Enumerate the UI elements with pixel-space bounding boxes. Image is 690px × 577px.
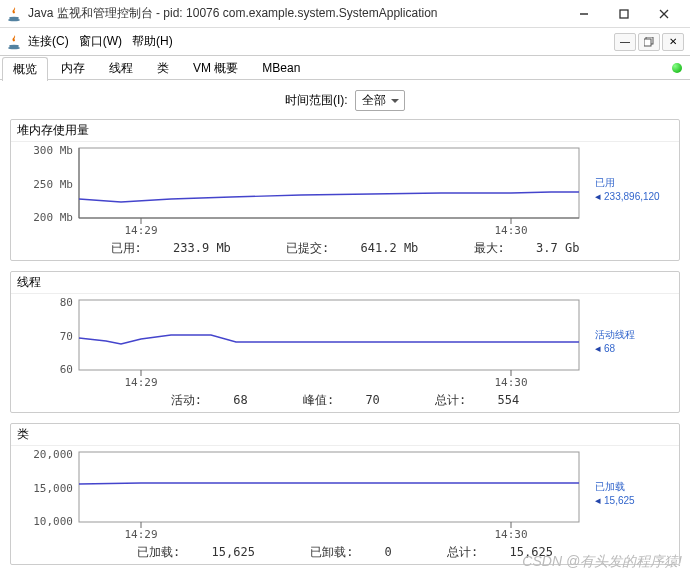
svg-rect-9: [644, 39, 651, 46]
classes-legend-name: 已加载: [595, 480, 669, 494]
svg-rect-20: [79, 300, 579, 370]
svg-point-1: [8, 18, 20, 21]
svg-text:20,000: 20,000: [33, 448, 73, 461]
legend-pointer-icon: ◂: [595, 190, 604, 202]
threads-panel: 线程 80 70 60 14:29 14:30 活动线程 ◂ 68 活动: 68…: [10, 271, 680, 413]
svg-rect-3: [620, 10, 628, 18]
svg-text:14:29: 14:29: [124, 224, 157, 237]
window-titlebar: Java 监视和管理控制台 - pid: 10076 com.example.s…: [0, 0, 690, 28]
heap-panel: 堆内存使用量 300 Mb 250 Mb 200 Mb 14:29 14:30 …: [10, 119, 680, 261]
svg-text:14:30: 14:30: [494, 376, 527, 389]
java-icon: [6, 6, 22, 22]
svg-rect-28: [79, 452, 579, 522]
internal-close-button[interactable]: ✕: [662, 33, 684, 51]
window-close-button[interactable]: [644, 2, 684, 26]
svg-text:60: 60: [60, 363, 73, 376]
heap-chart: 300 Mb 250 Mb 200 Mb 14:29 14:30: [11, 142, 591, 237]
svg-text:15,000: 15,000: [33, 482, 73, 495]
heap-legend-value: 233,896,120: [604, 191, 660, 202]
legend-pointer-icon: ◂: [595, 494, 604, 506]
threads-legend-value: 68: [604, 343, 615, 354]
heap-legend: 已用 ◂ 233,896,120: [591, 142, 669, 237]
connection-status-led: [672, 63, 682, 73]
svg-text:250 Mb: 250 Mb: [33, 178, 73, 191]
legend-pointer-icon: ◂: [595, 342, 604, 354]
heap-panel-title: 堆内存使用量: [11, 120, 679, 142]
svg-text:14:29: 14:29: [124, 376, 157, 389]
timerange-label: 时间范围(I):: [285, 93, 348, 107]
timerange-row: 时间范围(I): 全部: [10, 90, 680, 111]
tab-overview[interactable]: 概览: [2, 57, 48, 81]
svg-text:200 Mb: 200 Mb: [33, 211, 73, 224]
tabbar: 概览 内存 线程 类 VM 概要 MBean: [0, 56, 690, 80]
tab-memory[interactable]: 内存: [50, 56, 96, 80]
tab-vm[interactable]: VM 概要: [182, 56, 249, 80]
menu-help[interactable]: 帮助(H): [132, 33, 173, 50]
window-title: Java 监视和管理控制台 - pid: 10076 com.example.s…: [28, 5, 564, 22]
svg-text:14:30: 14:30: [494, 224, 527, 237]
window-maximize-button[interactable]: [604, 2, 644, 26]
internal-restore-button[interactable]: [638, 33, 660, 51]
classes-stats: 已加载: 15,625 已卸载: 0 总计: 15,625: [11, 541, 679, 564]
threads-legend-name: 活动线程: [595, 328, 669, 342]
heap-stats: 已用: 233.9 Mb 已提交: 641.2 Mb 最大: 3.7 Gb: [11, 237, 679, 260]
heap-legend-name: 已用: [595, 176, 669, 190]
classes-panel-title: 类: [11, 424, 679, 446]
menu-connect[interactable]: 连接(C): [28, 33, 69, 50]
tab-mbean[interactable]: MBean: [251, 57, 311, 78]
tab-threads[interactable]: 线程: [98, 56, 144, 80]
content-area: 时间范围(I): 全部 堆内存使用量 300 Mb 250 Mb 200 Mb …: [0, 80, 690, 577]
threads-legend: 活动线程 ◂ 68: [591, 294, 669, 389]
threads-panel-title: 线程: [11, 272, 679, 294]
classes-chart: 20,000 15,000 10,000 14:29 14:30: [11, 446, 591, 541]
threads-stats: 活动: 68 峰值: 70 总计: 554: [11, 389, 679, 412]
classes-legend-value: 15,625: [604, 495, 635, 506]
svg-rect-10: [79, 148, 579, 218]
svg-text:14:29: 14:29: [124, 528, 157, 541]
java-icon: [6, 34, 22, 50]
classes-panel: 类 20,000 15,000 10,000 14:29 14:30 已加载 ◂…: [10, 423, 680, 565]
svg-text:300 Mb: 300 Mb: [33, 144, 73, 157]
svg-text:14:30: 14:30: [494, 528, 527, 541]
menu-window[interactable]: 窗口(W): [79, 33, 122, 50]
svg-text:10,000: 10,000: [33, 515, 73, 528]
threads-chart: 80 70 60 14:29 14:30: [11, 294, 591, 389]
svg-text:70: 70: [60, 330, 73, 343]
internal-minimize-button[interactable]: —: [614, 33, 636, 51]
svg-text:80: 80: [60, 296, 73, 309]
window-minimize-button[interactable]: [564, 2, 604, 26]
menubar: 连接(C) 窗口(W) 帮助(H) — ✕: [0, 28, 690, 56]
timerange-select[interactable]: 全部: [355, 90, 405, 111]
classes-legend: 已加载 ◂ 15,625: [591, 446, 669, 541]
tab-classes[interactable]: 类: [146, 56, 180, 80]
svg-point-7: [8, 46, 20, 49]
